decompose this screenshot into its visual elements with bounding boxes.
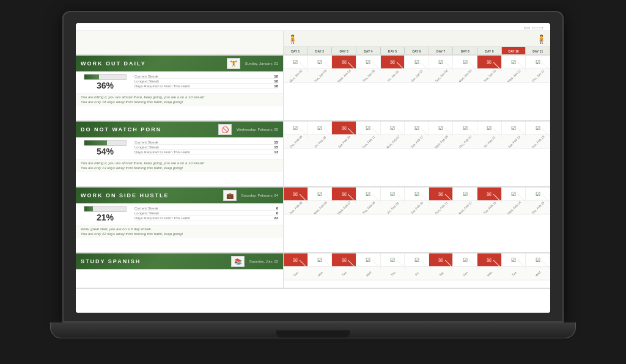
day-col-header-7: DAY 8 [453, 47, 477, 54]
day-cols-header: DAY 1DAY 2DAY 3DAY 4DAY 5DAY 6DAY 7DAY 8… [284, 47, 550, 54]
habit-name-2: WORK ON SIDE HUSTLE [81, 192, 223, 198]
habit-date-1: Wednesday, February, 05 [237, 128, 278, 131]
date-row-0: Mon, Jan 02Tue, Jan 03Wed, Jan 04Thu, Ja… [284, 69, 550, 82]
day-col-header-1: DAY 2 [308, 47, 333, 54]
name-value [532, 27, 543, 29]
date-row-1: Thu, Feb 08Fri, Feb 09Sat, Feb 10Sun, Fe… [284, 135, 550, 148]
stats-col-1: Current Streak15Longest Streak15Days Req… [134, 140, 278, 155]
stat-label-2-0: Current Streak [134, 206, 158, 210]
habit-stats-2: 21%Current Streak6Longest Streak6Days Re… [76, 203, 283, 225]
motivation-line1-0: You are killing it, you are almost there… [81, 95, 278, 100]
stat-label-0-0: Current Streak [134, 75, 158, 78]
day-col-header-4: DAY 5 [381, 47, 405, 54]
progress-bar-fill-0 [84, 75, 99, 79]
motivation-line2-0: You are only 18 days away from forming t… [81, 100, 278, 104]
stats-col-0: Current Streak10Longest Streak10Days Req… [134, 74, 278, 89]
habit-date-0: Sunday, January, 01 [245, 62, 278, 65]
habit-motivation-0: You are killing it, you are almost there… [76, 93, 283, 106]
stat-row-2-0: Current Streak6 [134, 206, 278, 211]
habit-row-1: DO NOT WATCH pORN🚫Wednesday, February, 0… [76, 122, 550, 187]
day-col-header-2: DAY 3 [332, 47, 356, 54]
habit-name-3: STUDY SPANISH [81, 258, 231, 264]
person-right-icon: 🧍 [536, 34, 547, 44]
stat-value-1-0: 15 [274, 140, 278, 144]
day-col-header-3: DAY 4 [356, 47, 381, 54]
laptop-notch [276, 330, 350, 338]
day-col-header-9: DAY 10 [502, 47, 526, 54]
person-left-icon: 🧍 [287, 34, 298, 44]
header-left [76, 31, 284, 54]
stat-value-2-1: 6 [276, 211, 278, 215]
habit-motivation-2: Wow, great start, you are on a 6 day str… [76, 225, 283, 238]
header-row: 🧍 🧍 DAY 1DAY 2DAY 3DAY 4DAY 5DAY 6DAY 7D… [76, 31, 550, 56]
day-col-header-10: DAY 11 [526, 47, 550, 54]
stat-label-1-2: Days Required to Form This Habit [134, 150, 190, 154]
motivation-line2-1: You are only 13 days away from forming t… [81, 166, 278, 170]
progress-bar-container-1 [84, 140, 127, 146]
progress-bar-fill-1 [84, 140, 107, 145]
stat-label-2-2: Days Required to Form This Habit [134, 216, 190, 220]
habit-left-3: STUDY SPANISH📚Saturday, July, 15 [76, 253, 284, 288]
date-row-2: Sun, Feb 05Mon, Feb 06Wed, Feb 07Thu, Fe… [284, 201, 550, 214]
day-col-header-8: DAY 9 [477, 47, 502, 54]
day-col-header-5: DAY 6 [405, 47, 429, 54]
stat-label-1-0: Current Streak [134, 140, 158, 144]
habit-date-3: Saturday, July, 15 [249, 260, 278, 263]
habit-name-0: WORK OUT DAILY [81, 60, 227, 67]
stat-value-0-1: 10 [274, 79, 278, 83]
stat-row-0-2: Days Required to Form This Habit18 [134, 84, 278, 89]
habit-left-2: WORK ON SIDE HUSTLE💼Saturday, February, … [76, 187, 284, 252]
stat-value-1-1: 15 [274, 145, 278, 149]
habit-name-1: DO NOT WATCH pORN [81, 126, 218, 133]
habit-stats-0: 36%Current Streak10Longest Streak10Days … [76, 71, 283, 93]
screen-bezel: 🧍 🧍 DAY 1DAY 2DAY 3DAY 4DAY 5DAY 6DAY 7D… [62, 11, 564, 322]
stats-col-2: Current Streak6Longest Streak6Days Requi… [134, 206, 278, 220]
name-input-area [524, 27, 543, 29]
stat-row-1-2: Days Required to Form This Habit13 [134, 150, 278, 155]
progress-pct-2: 21% [97, 213, 114, 222]
stat-row-2-2: Days Required to Form This Habit22 [134, 216, 278, 220]
screen: 🧍 🧍 DAY 1DAY 2DAY 3DAY 4DAY 5DAY 6DAY 7D… [76, 23, 550, 313]
day-col-header-0: DAY 1 [284, 47, 308, 54]
habit-left-0: WORK OUT DAILY🏋️Sunday, January, 0136%Cu… [76, 56, 284, 120]
habit-header-bar-0: WORK OUT DAILY🏋️Sunday, January, 01 [76, 56, 283, 71]
laptop: 🧍 🧍 DAY 1DAY 2DAY 3DAY 4DAY 5DAY 6DAY 7D… [50, 11, 576, 353]
date-row-3: SunMonTueWedThuFriSatSunMonTueWed [284, 267, 550, 280]
title-area [81, 27, 524, 27]
habit-icon-3: 📚 [231, 256, 245, 267]
header-right: 🧍 🧍 DAY 1DAY 2DAY 3DAY 4DAY 5DAY 6DAY 7D… [284, 31, 550, 54]
habit-date-2: Saturday, February, 04 [241, 194, 278, 197]
stat-label-1-1: Longest Streak [134, 145, 159, 149]
laptop-base [50, 322, 576, 338]
habit-row-3: STUDY SPANISH📚Saturday, July, 15☒☑☒☑☑☑☒☑… [76, 253, 550, 289]
habit-right-2: ☒☑☒☑☑☑☒☑☒☑☑Sun, Feb 05Mon, Feb 06Wed, Fe… [284, 187, 550, 252]
progress-pct-1: 54% [97, 147, 114, 156]
habits-container: WORK OUT DAILY🏋️Sunday, January, 0136%Cu… [76, 56, 550, 289]
habit-header-bar-3: STUDY SPANISH📚Saturday, July, 15 [76, 253, 283, 269]
sheet-content: 🧍 🧍 DAY 1DAY 2DAY 3DAY 4DAY 5DAY 6DAY 7D… [76, 31, 550, 289]
motivation-line1-2: Wow, great start, you are on a 6 day str… [81, 227, 278, 231]
habit-row-2: WORK ON SIDE HUSTLE💼Saturday, February, … [76, 187, 550, 253]
progress-bar-fill-2 [84, 206, 93, 211]
progress-bar-container-0 [84, 74, 127, 80]
habit-left-1: DO NOT WATCH pORN🚫Wednesday, February, 0… [76, 122, 284, 186]
stat-label-0-2: Days Required to Form This Habit [134, 84, 190, 88]
stat-value-2-2: 22 [274, 216, 278, 220]
stat-label-2-1: Longest Streak [134, 211, 159, 215]
habit-row-0: WORK OUT DAILY🏋️Sunday, January, 0136%Cu… [76, 56, 550, 122]
stat-row-0-1: Longest Streak10 [134, 79, 278, 84]
stat-row-1-1: Longest Streak15 [134, 145, 278, 150]
habit-right-1: ☑☑☒☑☑☑☑☑☑☑☑Thu, Feb 08Fri, Feb 09Sat, Fe… [284, 122, 550, 186]
spreadsheet: 🧍 🧍 DAY 1DAY 2DAY 3DAY 4DAY 5DAY 6DAY 7D… [76, 23, 550, 313]
progress-bar-container-2 [84, 206, 127, 212]
cal-top-icons: 🧍 🧍 [284, 31, 550, 47]
progress-col-0: 36% [81, 74, 130, 90]
stat-value-0-2: 18 [274, 84, 278, 88]
sheet-header [76, 23, 550, 31]
habit-header-bar-1: DO NOT WATCH pORN🚫Wednesday, February, 0… [76, 122, 283, 137]
habit-icon-0: 🏋️ [227, 58, 240, 69]
motivation-line1-1: You are killing it, you are almost there… [81, 161, 278, 166]
stat-value-2-0: 6 [276, 206, 278, 210]
name-label [524, 27, 530, 29]
day-col-header-6: DAY 7 [429, 47, 454, 54]
